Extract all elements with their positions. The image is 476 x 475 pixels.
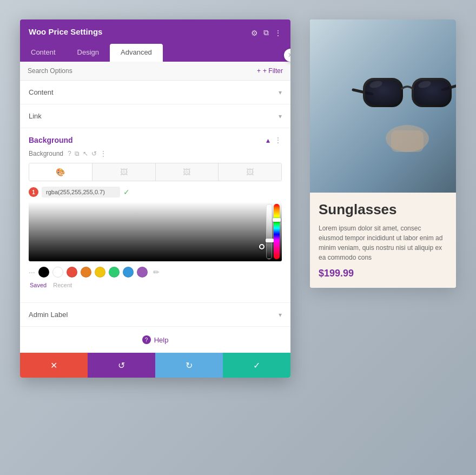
color-picker-handle[interactable] (259, 244, 265, 249)
hue-handle (273, 218, 281, 222)
svg-rect-7 (391, 130, 424, 152)
panel-title: Woo Price Settings (29, 27, 251, 44)
hue-slider-container[interactable] (274, 204, 280, 259)
product-description: Lorem ipsum dolor sit amet, consec eiusm… (319, 223, 447, 262)
swatch-purple[interactable] (137, 267, 148, 278)
expand-icon[interactable]: ⧉ (263, 28, 269, 37)
bg-tab-gradient[interactable]: 🖼 (92, 163, 156, 181)
color-confirm-icon[interactable]: ✓ (123, 188, 130, 196)
reset-icon[interactable]: ↺ (91, 150, 97, 157)
swatch-green[interactable] (109, 267, 120, 278)
background-section: Background ▴ ⋮ Background ? ⧉ ↖ ↺ ⋮ 🎨 🖼 (20, 128, 290, 303)
saved-tab[interactable]: Saved (30, 282, 47, 288)
swatch-orange[interactable] (81, 267, 91, 278)
cursor-icon[interactable]: ↖ (83, 150, 88, 157)
help-circle-icon[interactable]: ? (68, 150, 71, 157)
filter-icon: + (257, 67, 261, 75)
swatch-black[interactable] (38, 267, 49, 278)
swatches-row: ··· ✏ (29, 267, 282, 278)
search-input[interactable] (28, 67, 257, 75)
panel-header-icons: ⚙ ⧉ ⋮ (251, 27, 282, 37)
color-canvas-wrapper[interactable] (29, 202, 282, 261)
panel-header: Woo Price Settings ⚙ ⧉ ⋮ (20, 19, 290, 44)
saved-recent-row: Saved Recent (29, 282, 282, 288)
more-icon[interactable]: ⋮ (274, 29, 282, 37)
help-label: Help (154, 336, 169, 344)
save-icon: ✓ (253, 360, 260, 371)
background-section-header: Background ▴ ⋮ (29, 128, 282, 150)
canvas-dark-gradient (29, 202, 282, 261)
sunglasses-illustration (348, 30, 456, 182)
swatch-blue[interactable] (123, 267, 134, 278)
admin-label-section[interactable]: Admin Label ▾ (20, 303, 290, 327)
row-more-icon[interactable]: ⋮ (100, 150, 107, 157)
settings-icon[interactable]: ⚙ (251, 29, 258, 37)
svg-rect-3 (413, 79, 451, 106)
video-tab-icon: 🖼 (246, 168, 254, 176)
color-tab-icon: 🎨 (56, 168, 65, 176)
product-name: Sunglasses (319, 201, 447, 218)
search-bar: + + Filter (20, 62, 290, 81)
panel-tabs: Content Design Advanced (20, 44, 290, 62)
reset-button[interactable]: ↺ (88, 353, 155, 378)
cancel-button[interactable]: ✕ (20, 353, 88, 378)
tab-content[interactable]: Content (20, 44, 67, 62)
background-collapse-icon[interactable]: ▴ (266, 136, 270, 144)
background-more-icon[interactable]: ⋮ (274, 136, 282, 144)
swatch-yellow[interactable] (95, 267, 105, 278)
settings-panel: Woo Price Settings ⚙ ⧉ ⋮ Content Design … (20, 19, 290, 378)
product-card: Sunglasses Lorem ipsum dolor sit amet, c… (310, 19, 456, 288)
hue-slider (274, 204, 280, 259)
save-button[interactable]: ✓ (223, 353, 290, 378)
alpha-slider (266, 204, 272, 259)
cancel-icon: ✕ (50, 360, 57, 371)
color-value-input[interactable] (42, 187, 120, 197)
close-icon: ✕ (288, 51, 290, 59)
tab-advanced[interactable]: Advanced (110, 44, 163, 62)
link-section-label: Link (29, 112, 42, 120)
alpha-handle (266, 239, 274, 242)
product-image (310, 19, 456, 193)
color-value-row: 1 ✓ (29, 187, 282, 197)
image-tab-icon: 🖼 (183, 168, 190, 176)
color-picker: 1 ✓ (29, 187, 282, 288)
background-row-label: Background (29, 150, 63, 157)
redo-icon: ↻ (186, 360, 193, 371)
content-section-label: Content (29, 88, 54, 96)
filter-button[interactable]: + + Filter (257, 67, 283, 75)
link-section-row[interactable]: Link ▾ (20, 104, 290, 128)
background-section-title: Background (29, 136, 73, 144)
step-badge: 1 (29, 187, 38, 197)
bg-tab-video[interactable]: 🖼 (219, 163, 281, 181)
gradient-tab-icon: 🖼 (120, 168, 128, 176)
help-circle-icon: ? (142, 335, 151, 344)
admin-label-text: Admin Label (29, 311, 68, 319)
background-row: Background ? ⧉ ↖ ↺ ⋮ (29, 150, 282, 157)
pen-icon[interactable]: ✏ (153, 268, 160, 276)
content-chevron-icon: ▾ (279, 89, 282, 96)
reset-icon: ↺ (118, 360, 125, 371)
filter-label: + Filter (263, 67, 283, 75)
swatch-red[interactable] (67, 267, 77, 278)
content-section-row[interactable]: Content ▾ (20, 81, 290, 104)
bg-tab-color[interactable]: 🎨 (29, 163, 92, 181)
swatch-white[interactable] (52, 267, 63, 278)
background-type-tabs: 🎨 🖼 🖼 🖼 (29, 163, 282, 181)
recent-tab[interactable]: Recent (53, 282, 72, 288)
link-chevron-icon: ▾ (279, 113, 282, 120)
product-info: Sunglasses Lorem ipsum dolor sit amet, c… (310, 193, 456, 288)
copy-icon[interactable]: ⧉ (75, 150, 80, 157)
alpha-slider-container[interactable] (266, 204, 272, 259)
action-bar: ✕ ↺ ↻ ✓ (20, 353, 290, 378)
bg-tab-image[interactable]: 🖼 (156, 163, 219, 181)
tab-design[interactable]: Design (67, 44, 110, 62)
redo-button[interactable]: ↻ (155, 353, 223, 378)
admin-label-chevron-icon: ▾ (279, 311, 282, 319)
background-row-icons: ? ⧉ ↖ ↺ ⋮ (68, 150, 107, 157)
more-swatches-icon[interactable]: ··· (29, 268, 35, 276)
svg-rect-2 (364, 79, 402, 106)
product-price: $199.99 (319, 268, 447, 279)
help-row[interactable]: ? Help (20, 327, 290, 353)
